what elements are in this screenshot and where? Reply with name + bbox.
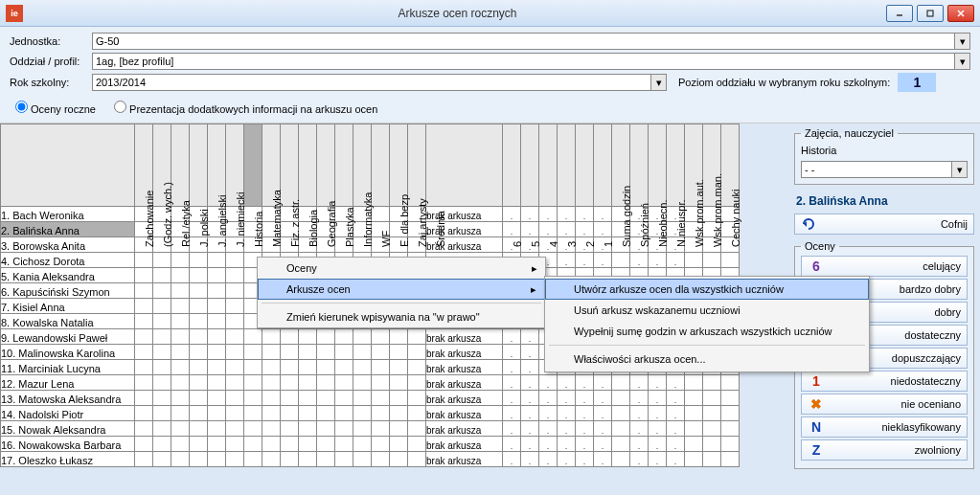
grade-button-5[interactable]: 1niedostateczny (801, 371, 968, 392)
chevron-down-icon: ▾ (954, 54, 969, 69)
student-name-cell[interactable]: 8. Kowalska Natalia (1, 314, 135, 329)
titlebar: ie Arkusze ocen rocznych (0, 0, 980, 27)
submenu-utworz[interactable]: Utwórz arkusze ocen dla wszystkich uczni… (545, 279, 869, 300)
student-name-cell[interactable]: 2. Balińska Anna (1, 222, 135, 237)
col-c0[interactable]: Zachowanie (135, 124, 153, 207)
submenu-arkusze: Utwórz arkusze ocen dla wszystkich uczni… (544, 276, 870, 372)
app-icon: ie (6, 5, 23, 22)
student-name-cell[interactable]: 15. Nowak Aleksandra (1, 421, 135, 437)
col-c3[interactable]: J. polski (190, 124, 208, 207)
col-c2[interactable]: Rel./etyka (171, 124, 190, 207)
col-c5[interactable]: J. niemiecki (226, 124, 244, 207)
jednostka-select[interactable]: G-50▾ (92, 33, 970, 50)
col-srednia: Średnia (426, 124, 503, 207)
grade-label: zwolniony (825, 444, 961, 456)
submenu-wlasciwosci[interactable]: Właściwości arkusza ocen... (545, 349, 869, 370)
col-c15[interactable]: Zaj.artysty (408, 124, 426, 207)
col-c13[interactable]: WF (372, 124, 390, 207)
maximize-button[interactable] (917, 5, 944, 22)
col-c9[interactable]: Biologia (299, 124, 317, 207)
col-c10[interactable]: Geografia (317, 124, 335, 207)
chevron-down-icon: ▾ (954, 34, 969, 49)
col-c11[interactable]: Plastyka (335, 124, 353, 207)
menu-oceny[interactable]: Oceny▸ (258, 258, 545, 279)
grade-button-7[interactable]: Nnieklasyfikowany (801, 416, 968, 438)
student-name-cell[interactable]: 1. Bach Weronika (1, 207, 135, 222)
grade-icon: ✖ (808, 396, 825, 412)
student-name-cell[interactable]: 17. Oleszko Łukasz (1, 452, 135, 467)
chevron-down-icon: ▾ (650, 75, 666, 90)
undo-label: Cofnij (941, 218, 968, 230)
student-name-cell[interactable]: 12. Mazur Lena (1, 375, 135, 391)
rok-select[interactable]: 2013/2014▾ (92, 74, 667, 91)
selected-student: 2. Balińska Anna (794, 191, 974, 214)
menu-arkusze-ocen[interactable]: Arkusze ocen▸ (258, 279, 545, 300)
grade-button-0[interactable]: 6celujący (801, 256, 968, 277)
table-row[interactable]: 17. Oleszko Łukaszbrak arkusza......... (1, 452, 740, 467)
table-row[interactable]: 14. Nadolski Piotrbrak arkusza......... (1, 406, 740, 421)
table-row[interactable]: 16. Nowakowska Barbarabrak arkusza......… (1, 437, 740, 452)
poziom-value: 1 (898, 73, 936, 92)
student-name-cell[interactable]: 13. Matowska Aleksandra (1, 391, 135, 406)
grade-button-6[interactable]: ✖nie oceniano (801, 394, 968, 415)
undo-button[interactable]: Cofnij (794, 214, 974, 235)
oceny-legend: Oceny (801, 240, 839, 252)
submenu-wypelnij[interactable]: Wypełnij sumę godzin w arkuszach wszystk… (545, 321, 869, 342)
radio-prezentacja[interactable]: Prezentacja dodatkowych informacji na ar… (114, 103, 377, 115)
teacher-select[interactable]: - -▾ (801, 161, 968, 178)
submenu-usun[interactable]: Usuń arkusz wskazanemu uczniowi (545, 300, 869, 321)
col-c6[interactable]: Historia (244, 124, 262, 207)
table-row[interactable]: 13. Matowska Aleksandrabrak arkusza.....… (1, 391, 740, 406)
col-c14[interactable]: E. dla bezp (390, 124, 408, 207)
svg-rect-1 (927, 11, 933, 16)
chevron-right-icon: ▸ (532, 262, 537, 275)
grade-button-8[interactable]: Zzwolniony (801, 439, 968, 461)
grade-label: celujący (825, 260, 961, 272)
oddzial-select[interactable]: 1ag, [bez profilu]▾ (92, 53, 970, 70)
student-name-cell[interactable]: 5. Kania Aleksandra (1, 268, 135, 283)
subject-fieldset: Zajęcia, nauczyciel Historia - -▾ (794, 127, 974, 185)
col-c12[interactable]: Informatyka (353, 124, 372, 207)
menu-zmien-kierunek[interactable]: Zmień kierunek wpisywania na "w prawo" (258, 306, 545, 327)
close-button[interactable] (947, 5, 974, 22)
col-c1[interactable]: (Godz. wych.) (153, 124, 171, 207)
jednostka-value: G-50 (96, 35, 119, 47)
student-name-cell[interactable]: 9. Lewandowski Paweł (1, 329, 135, 345)
name-column-header (1, 124, 135, 207)
student-name-cell[interactable]: 11. Marciniak Lucyna (1, 360, 135, 375)
minimize-button[interactable] (886, 5, 913, 22)
grade-label: nie oceniano (825, 398, 961, 410)
rok-value: 2013/2014 (96, 77, 146, 88)
grade-label: niedostateczny (825, 375, 961, 387)
student-name-cell[interactable]: 4. Cichosz Dorota (1, 253, 135, 268)
student-name-cell[interactable]: 10. Malinowska Karolina (1, 345, 135, 360)
student-name-cell[interactable]: 3. Borowska Anita (1, 237, 135, 253)
chevron-down-icon: ▾ (951, 162, 967, 177)
student-name-cell[interactable]: 7. Kisiel Anna (1, 299, 135, 314)
student-name-cell[interactable]: 16. Nowakowska Barbara (1, 437, 135, 452)
poziom-label: Poziom oddziału w wybranym roku szkolnym… (678, 77, 890, 88)
col-c8[interactable]: Fiz. z astr. (281, 124, 299, 207)
student-name-cell[interactable]: 6. Kapuściński Szymon (1, 283, 135, 299)
radio-oceny-roczne[interactable]: Oceny roczne (15, 103, 96, 115)
grade-label: nieklasyfikowany (825, 421, 961, 433)
col-c4[interactable]: J. angielski (208, 124, 226, 207)
grade-icon: N (808, 419, 825, 435)
table-row[interactable]: 15. Nowak Aleksandrabrak arkusza........… (1, 421, 740, 437)
table-row[interactable]: 12. Mazur Lenabrak arkusza......... (1, 375, 740, 391)
grade-icon: 1 (808, 373, 825, 389)
student-name-cell[interactable]: 14. Nadolski Piotr (1, 406, 135, 421)
zajecia-legend: Zajęcia, nauczyciel (801, 127, 898, 139)
menu-separator (549, 345, 865, 346)
subject-value: Historia (801, 143, 968, 158)
oddzial-label: Oddział / profil: (10, 56, 92, 67)
chevron-right-icon: ▸ (531, 283, 536, 296)
undo-icon (801, 216, 816, 232)
col-c7[interactable]: Matematyka (262, 124, 281, 207)
rok-label: Rok szkolny: (10, 77, 92, 88)
window-title: Arkusze ocen rocznych (29, 7, 886, 20)
grade-icon: Z (808, 442, 825, 458)
oddzial-value: 1ag, [bez profilu] (96, 56, 173, 67)
jednostka-label: Jednostka: (10, 35, 92, 47)
menu-separator (262, 303, 541, 304)
